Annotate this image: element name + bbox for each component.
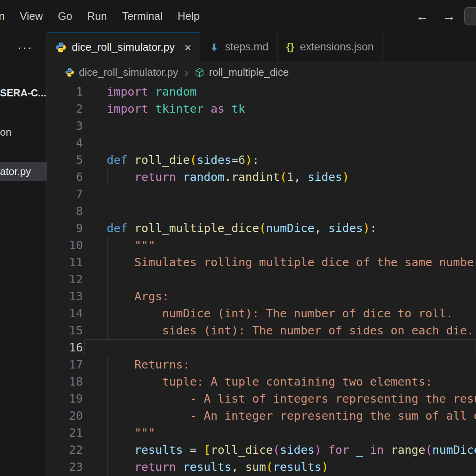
menu-item-go[interactable]: Go: [50, 10, 80, 23]
code-content: results = [roll_dice(sides) for _ in ran…: [83, 441, 476, 459]
line-number[interactable]: 12: [47, 271, 83, 288]
code-token: sides: [307, 170, 342, 184]
code-content: """: [83, 424, 476, 441]
code-line-23[interactable]: 23 return results, sum(results): [47, 459, 476, 476]
code-line-13[interactable]: 13 Args:: [47, 288, 476, 305]
code-line-10[interactable]: 10 """: [47, 237, 476, 254]
editor-lines: 1import random2import tkinter as tk345de…: [47, 83, 476, 476]
code-token: - A list of integers representing the re…: [107, 392, 476, 405]
breadcrumb-file[interactable]: dice_roll_simulator.py: [79, 66, 178, 79]
line-number[interactable]: 2: [47, 100, 83, 117]
line-number[interactable]: 18: [47, 373, 83, 390]
code-token: import: [107, 102, 148, 115]
editor-group: dice_roll_simulator.py × steps.md {} ext…: [47, 33, 476, 476]
indent-guide: [107, 373, 107, 390]
code-content: Args:: [83, 288, 476, 305]
menu-item-run[interactable]: Run: [80, 10, 115, 23]
breadcrumb-symbol[interactable]: roll_multiple_dice: [209, 66, 289, 79]
code-token: sides (int): The number of sides on each…: [107, 324, 474, 337]
code-line-14[interactable]: 14 numDice (int): The number of dice to …: [47, 305, 476, 322]
code-content: numDice (int): The number of dice to rol…: [83, 305, 476, 322]
line-number[interactable]: 3: [47, 117, 83, 134]
sidebar-item-partial[interactable]: on: [0, 123, 47, 142]
code-token: ): [363, 221, 370, 235]
tab-dice-roll-simulator[interactable]: dice_roll_simulator.py ×: [47, 33, 200, 61]
code-token: [: [203, 443, 210, 457]
history-navigation: ← →: [416, 0, 455, 33]
code-line-22[interactable]: 22 results = [roll_dice(sides) for _ in …: [47, 441, 476, 459]
menu-item-selection-partial[interactable]: n: [0, 10, 12, 23]
line-number[interactable]: 6: [47, 169, 83, 186]
code-line-6[interactable]: 6 return random.randint(1, sides): [47, 169, 476, 186]
line-number[interactable]: 21: [47, 424, 83, 441]
line-number[interactable]: 9: [47, 220, 83, 237]
python-icon: [65, 68, 74, 77]
code-line-4[interactable]: 4: [47, 134, 476, 152]
close-icon[interactable]: ×: [184, 41, 192, 54]
code-token: 6: [238, 153, 245, 167]
code-line-15[interactable]: 15 sides (int): The number of sides on e…: [47, 322, 476, 339]
line-number[interactable]: 19: [47, 390, 83, 407]
line-number[interactable]: 11: [47, 254, 83, 271]
code-content: Returns:: [83, 356, 476, 373]
command-center-search-partial[interactable]: [464, 7, 476, 25]
code-token: =: [190, 443, 197, 457]
code-content: def roll_die(sides=6):: [83, 152, 476, 169]
code-token: numDice: [266, 221, 315, 235]
menu-bar: n View Go Run Terminal Help ← →: [0, 0, 476, 33]
code-line-20[interactable]: 20 - An integer representing the sum of …: [47, 407, 476, 424]
code-line-9[interactable]: 9def roll_multiple_dice(numDice, sides):: [47, 220, 476, 237]
line-number[interactable]: 5: [47, 152, 83, 169]
tab-label: dice_roll_simulator.py: [72, 41, 175, 54]
line-number[interactable]: 4: [47, 134, 83, 152]
code-line-16[interactable]: 16: [47, 339, 476, 356]
code-line-11[interactable]: 11 Simulates rolling multiple dice of th…: [47, 254, 476, 271]
code-line-7[interactable]: 7: [47, 186, 476, 203]
code-line-8[interactable]: 8: [47, 203, 476, 220]
line-number[interactable]: 15: [47, 322, 83, 339]
line-number[interactable]: 13: [47, 288, 83, 305]
code-content: """: [83, 237, 476, 254]
menu-item-help[interactable]: Help: [170, 10, 207, 23]
indent-guide: [107, 390, 107, 407]
code-line-5[interactable]: 5def roll_die(sides=6):: [47, 152, 476, 169]
back-arrow-icon[interactable]: ←: [416, 9, 429, 24]
line-number[interactable]: 20: [47, 407, 83, 424]
line-number[interactable]: 16: [47, 339, 83, 356]
tab-extensions-json[interactable]: {} extensions.json: [278, 33, 383, 61]
line-number[interactable]: 22: [47, 441, 83, 459]
code-token: def: [107, 221, 127, 235]
line-number[interactable]: 1: [47, 83, 83, 100]
line-number[interactable]: 8: [47, 203, 83, 220]
line-number[interactable]: 23: [47, 459, 83, 476]
forward-arrow-icon[interactable]: →: [442, 9, 455, 24]
code-line-19[interactable]: 19 - A list of integers representing the…: [47, 390, 476, 407]
line-number[interactable]: 7: [47, 186, 83, 203]
menu-item-view[interactable]: View: [12, 10, 50, 23]
code-token: sum: [245, 460, 266, 474]
code-token: [197, 443, 203, 457]
code-line-21[interactable]: 21 """: [47, 424, 476, 441]
tab-steps-md[interactable]: steps.md: [200, 33, 278, 61]
code-line-3[interactable]: 3: [47, 117, 476, 134]
more-actions-icon[interactable]: ···: [17, 40, 33, 54]
code-token: results: [273, 460, 321, 474]
code-line-12[interactable]: 12: [47, 271, 476, 288]
code-line-17[interactable]: 17 Returns:: [47, 356, 476, 373]
code-line-2[interactable]: 2import tkinter as tk: [47, 100, 476, 117]
line-number[interactable]: 14: [47, 305, 83, 322]
line-number[interactable]: 17: [47, 356, 83, 373]
code-token: """: [107, 238, 155, 252]
code-token: Simulates rolling multiple dice of the s…: [107, 255, 476, 269]
code-line-18[interactable]: 18 tuple: A tuple containing two element…: [47, 373, 476, 390]
code-line-1[interactable]: 1import random: [47, 83, 476, 100]
menu-item-terminal[interactable]: Terminal: [115, 10, 170, 23]
python-icon: [56, 42, 66, 53]
sidebar-item-dice-roll-simulator[interactable]: ator.py: [0, 162, 47, 181]
code-content: tuple: A tuple containing two elements:: [83, 373, 476, 390]
sidebar-folder-name[interactable]: SERA-C...: [0, 87, 47, 99]
indent-guide: [107, 441, 107, 459]
indent-guide: [107, 271, 107, 288]
line-number[interactable]: 10: [47, 237, 83, 254]
code-token: [127, 221, 134, 235]
